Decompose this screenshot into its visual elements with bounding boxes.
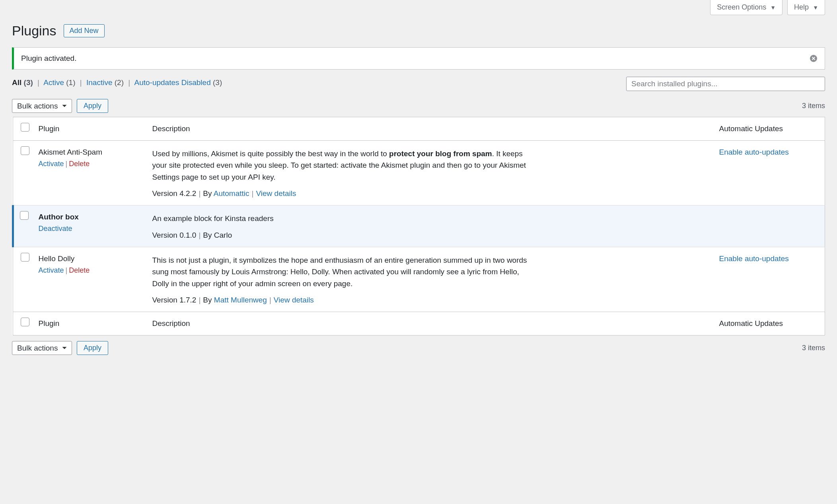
- row-checkbox[interactable]: [21, 253, 29, 262]
- table-row: Hello DollyActivate|DeleteThis is not ju…: [13, 247, 825, 312]
- plugin-description: Used by millions, Akismet is quite possi…: [152, 148, 534, 183]
- deactivate-link[interactable]: Deactivate: [39, 225, 72, 233]
- screen-options-tab[interactable]: Screen Options ▼: [710, 0, 782, 15]
- plugin-name: Hello Dolly: [39, 254, 147, 263]
- delete-link[interactable]: Delete: [69, 160, 90, 168]
- row-checkbox[interactable]: [20, 211, 29, 220]
- apply-button[interactable]: Apply: [77, 99, 108, 113]
- bulk-actions-select-bottom[interactable]: Bulk actions: [12, 341, 72, 355]
- filter-active[interactable]: Active (1): [43, 78, 78, 87]
- search-input[interactable]: [626, 77, 825, 91]
- row-actions: Activate|Delete: [39, 266, 147, 275]
- column-description: Description: [152, 117, 714, 141]
- plugin-description: This is not just a plugin, it symbolizes…: [152, 254, 534, 289]
- close-icon[interactable]: [810, 54, 818, 62]
- screen-options-label: Screen Options: [717, 3, 766, 12]
- item-count-bottom: 3 items: [802, 344, 825, 352]
- notice-message: Plugin activated.: [21, 54, 76, 63]
- notice-banner: Plugin activated.: [12, 47, 825, 70]
- select-all-checkbox[interactable]: [21, 123, 29, 132]
- select-all-checkbox-footer[interactable]: [21, 318, 29, 326]
- plugin-meta: Version 0.1.0|By Carlo: [152, 231, 708, 240]
- plugins-table: Plugin Description Automatic Updates Aki…: [12, 117, 825, 335]
- activate-link[interactable]: Activate: [39, 160, 64, 168]
- plugin-meta: Version 4.2.2|By Automattic|View details: [152, 189, 708, 198]
- author-name: Carlo: [214, 231, 232, 239]
- help-label: Help: [794, 3, 809, 12]
- table-row: Akismet Anti-SpamActivate|DeleteUsed by …: [13, 141, 825, 205]
- filter-all[interactable]: All (3): [12, 78, 35, 87]
- item-count: 3 items: [802, 102, 825, 110]
- plugin-name: Author box: [39, 213, 147, 221]
- enable-auto-updates-link[interactable]: Enable auto-updates: [719, 148, 789, 156]
- plugin-name: Akismet Anti-Spam: [39, 148, 147, 157]
- column-auto-updates: Automatic Updates: [714, 117, 825, 141]
- filter-auto-disabled[interactable]: Auto-updates Disabled (3): [134, 78, 222, 87]
- row-actions: Activate|Delete: [39, 160, 147, 168]
- column-description-footer: Description: [152, 312, 714, 335]
- apply-button-bottom[interactable]: Apply: [77, 341, 108, 355]
- page-title: Plugins: [12, 23, 56, 39]
- chevron-down-icon: ▼: [813, 4, 818, 11]
- view-details-link[interactable]: View details: [256, 189, 296, 198]
- help-tab[interactable]: Help ▼: [787, 0, 825, 15]
- enable-auto-updates-link[interactable]: Enable auto-updates: [719, 254, 789, 263]
- column-plugin: Plugin: [33, 117, 152, 141]
- column-plugin-footer: Plugin: [33, 312, 152, 335]
- delete-link[interactable]: Delete: [69, 266, 90, 274]
- row-checkbox[interactable]: [21, 146, 29, 155]
- chevron-down-icon: ▼: [770, 4, 776, 11]
- plugin-description: An example block for Kinsta readers: [152, 213, 534, 224]
- filter-links: All (3) | Active (1) | Inactive (2) | Au…: [12, 77, 222, 87]
- column-auto-updates-footer: Automatic Updates: [714, 312, 825, 335]
- row-actions: Deactivate: [39, 225, 147, 233]
- add-new-button[interactable]: Add New: [64, 24, 105, 37]
- author-link[interactable]: Matt Mullenweg: [214, 296, 267, 304]
- view-details-link[interactable]: View details: [274, 296, 314, 304]
- author-link[interactable]: Automattic: [214, 189, 249, 198]
- table-row: Author boxDeactivateAn example block for…: [13, 205, 825, 247]
- bulk-actions-select[interactable]: Bulk actions: [12, 99, 72, 113]
- plugin-meta: Version 1.7.2|By Matt Mullenweg|View det…: [152, 296, 708, 304]
- filter-inactive[interactable]: Inactive (2): [86, 78, 126, 87]
- activate-link[interactable]: Activate: [39, 266, 64, 274]
